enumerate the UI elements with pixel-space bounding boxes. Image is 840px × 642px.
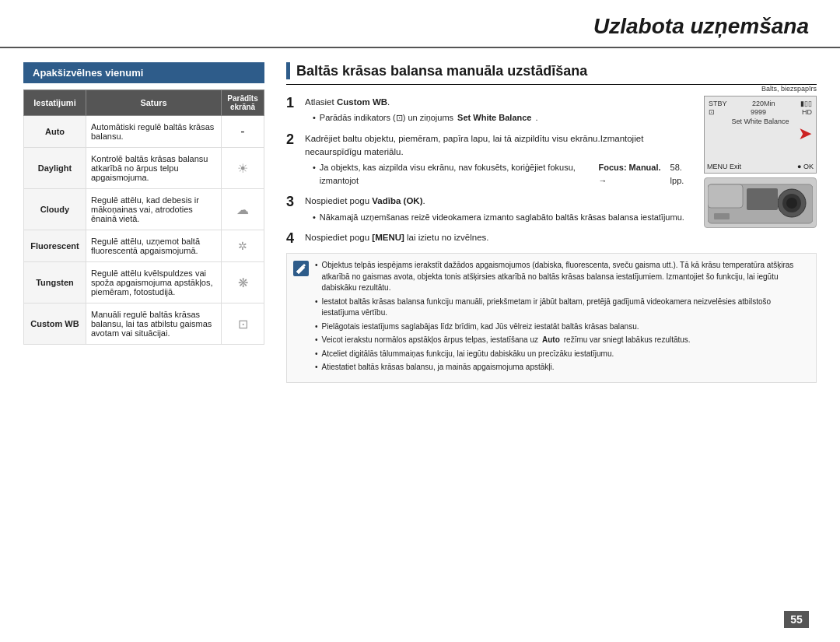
right-column: Baltās krāsas balansa manuāla uzstādīšan… — [286, 62, 817, 383]
wb-settings-table: Iestatījumi Saturs Parādīts ekrānā Auto … — [23, 89, 264, 345]
step-num-4: 4 — [286, 231, 299, 245]
setting-desc: Regulē attēlu kvēlspuldzes vai spoža apg… — [86, 262, 222, 303]
page-header: Uzlabota uzņemšana — [0, 0, 840, 48]
setting-desc: Kontrolē baltās krāsas balansu atkarībā … — [86, 148, 222, 189]
title-accent — [286, 62, 290, 79]
right-section-title: Baltās krāsas balansa manuāla uzstādīšan… — [286, 62, 817, 85]
col-header-content: Saturs — [86, 90, 222, 116]
stby-label: STBY — [709, 100, 727, 107]
notes-text: Objektus telpās iespējams ierakstīt dažā… — [315, 260, 810, 376]
table-row: Custom WB Manuāli regulē baltās krāsas b… — [24, 303, 264, 345]
setting-icon: ✲ — [222, 230, 264, 262]
camera-svg — [708, 181, 813, 226]
pencil-icon — [295, 262, 307, 275]
step-2: 2 Kadrējiet baltu objektu, piemēram, pap… — [286, 132, 696, 188]
arrow-icon: ➤ — [709, 124, 812, 144]
page-title: Uzlabota uzņemšana — [31, 14, 809, 39]
note-3: Pielāgotais iestatījums saglabājas līdz … — [315, 321, 810, 333]
setting-icon: ❋ — [222, 262, 264, 303]
sub-bullet-3-1: Nākamajā uzņemšanas reizē videokamera iz… — [313, 211, 696, 224]
fluorescent-icon: ✲ — [238, 240, 247, 252]
step-num-3: 3 — [286, 195, 299, 223]
hd-label: HD — [802, 108, 812, 116]
ok-label: ● OK — [797, 163, 814, 170]
battery-icon: ▮▯▯ — [800, 100, 812, 107]
menu-exit-label: MENU Exit — [707, 163, 741, 170]
custom-wb-icon: ⊡ — [238, 317, 248, 331]
setting-icon: ☁ — [222, 189, 264, 230]
step-text-1: Atlasiet Custom WB. Parādās indikators (… — [305, 96, 696, 125]
screen-bottom: MENU Exit ● OK — [707, 163, 814, 170]
step-3: 3 Nospiediet pogu Vadība (OK). Nākamajā … — [286, 195, 696, 223]
tungsten-icon: ❋ — [238, 276, 248, 289]
content-area: Apakšizvēlnes vienumi Iestatījumi Saturs… — [0, 48, 840, 391]
col-header-display: Parādīts ekrānā — [222, 90, 264, 116]
table-row: Auto Automātiski regulē baltās krāsas ba… — [24, 116, 264, 148]
col-header-settings: Iestatījumi — [24, 90, 86, 116]
setting-desc: Manuāli regulē baltās krāsas balansu, la… — [86, 303, 222, 345]
table-row: Fluorescent Regulē attēlu, uzņemot baltā… — [24, 230, 264, 262]
step-num-2: 2 — [286, 132, 299, 188]
wb-icon-small: ⊡ — [709, 108, 715, 116]
step-text-3: Nospiediet pogu Vadība (OK). Nākamajā uz… — [305, 195, 696, 223]
step-1: 1 Atlasiet Custom WB. Parādās indikators… — [286, 96, 696, 125]
notes-icon — [293, 261, 309, 276]
setting-icon: ☀ — [222, 148, 264, 189]
setting-name: Cloudy — [24, 189, 86, 230]
setting-name: Auto — [24, 116, 86, 148]
sun-icon: ☀ — [237, 162, 248, 175]
table-row: Daylight Kontrolē baltās krāsas balansu … — [24, 148, 264, 189]
count-label: 9999 — [751, 108, 766, 116]
note-5: Atceliet digitālās tālummaiņas funkciju,… — [315, 349, 810, 360]
note-6: Atiestatiet baltās krāsas balansu, ja ma… — [315, 362, 810, 374]
setting-desc: Automātiski regulē baltās krāsas balansu… — [86, 116, 222, 148]
step-4: 4 Nospiediet pogu [MENU] lai izietu no i… — [286, 231, 696, 245]
note-4: Veicot ierakstu normālos apstākļos ārpus… — [315, 335, 810, 346]
page-number: 55 — [784, 611, 809, 628]
setting-name: Custom WB — [24, 303, 86, 345]
camera-screen-wrapper: Balts, biezspapīrs STBY 220Min ▮▯▯ ⊡ 999… — [704, 96, 817, 174]
setting-name: Fluorescent — [24, 230, 86, 262]
camera-body — [704, 177, 817, 228]
screen-mid-row: ⊡ 9999 HD — [709, 108, 812, 116]
setting-desc: Regulē attēlu, kad debesis ir mākoņainas… — [86, 189, 222, 230]
setting-desc: Regulē attēlu, uzņemot baltā fluorescent… — [86, 230, 222, 262]
balts-label: Balts, biezspapīrs — [761, 85, 817, 93]
step-text-4: Nospiediet pogu [MENU] lai izietu no izv… — [305, 231, 696, 245]
sub-bullet-1-1: Parādās indikators (⊡) un ziņojums Set W… — [313, 111, 696, 125]
setting-icon: ⊡ — [222, 303, 264, 345]
camera-illustration: Balts, biezspapīrs STBY 220Min ▮▯▯ ⊡ 999… — [704, 96, 817, 228]
note-2: Iestatot baltās krāsas balansa funkciju … — [315, 296, 810, 319]
svg-rect-6 — [714, 213, 730, 219]
time-label: 220Min — [752, 100, 775, 107]
setting-name: Tungsten — [24, 262, 86, 303]
svg-point-4 — [786, 198, 797, 209]
step-num-1: 1 — [286, 96, 299, 125]
svg-rect-1 — [708, 184, 743, 208]
step-text-2: Kadrējiet baltu objektu, piemēram, papīr… — [305, 132, 696, 188]
notes-section: Objektus telpās iespējams ierakstīt dažā… — [286, 253, 817, 383]
screen-inner: STBY 220Min ▮▯▯ ⊡ 9999 HD Set White Bala… — [705, 96, 816, 147]
left-column: Apakšizvēlnes vienumi Iestatījumi Saturs… — [23, 62, 264, 383]
camera-screen: STBY 220Min ▮▯▯ ⊡ 9999 HD Set White Bala… — [704, 96, 817, 174]
table-row: Tungsten Regulē attēlu kvēlspuldzes vai … — [24, 262, 264, 303]
left-section-title: Apakšizvēlnes vienumi — [23, 62, 264, 83]
setting-icon: - — [222, 116, 264, 148]
table-row: Cloudy Regulē attēlu, kad debesis ir māk… — [24, 189, 264, 230]
cloud-icon: ☁ — [236, 203, 249, 216]
setting-name: Daylight — [24, 148, 86, 189]
svg-rect-5 — [747, 188, 778, 210]
sub-bullet-2-1: Ja objekts, kas aizpilda visu ekrānu, na… — [313, 161, 696, 187]
screen-top: STBY 220Min ▮▯▯ — [709, 100, 812, 107]
note-1: Objektus telpās iespējams ierakstīt dažā… — [315, 260, 810, 294]
page-container: Uzlabota uzņemšana Apakšizvēlnes vienumi… — [0, 0, 840, 642]
